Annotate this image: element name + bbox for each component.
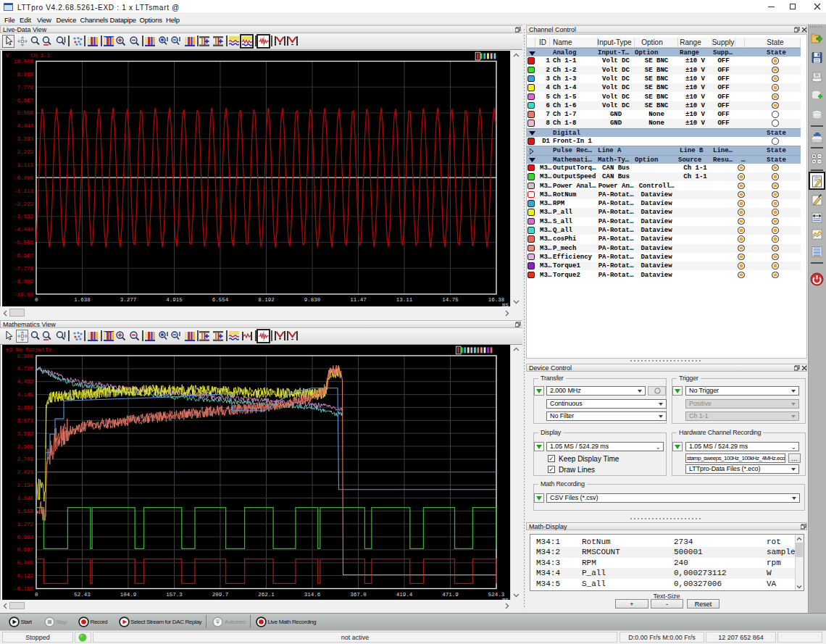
svg-text:157.3: 157.3 [166,592,183,598]
svg-text:0.122: 0.122 [17,573,33,579]
svg-text:3.571: 3.571 [17,418,33,424]
svg-text:-5.556: -5.556 [14,240,34,246]
svg-text:1.846: 1.846 [17,495,33,501]
svg-text:6.554: 6.554 [212,297,229,303]
svg-text:4.145: 4.145 [17,392,33,398]
svg-text:-4.444: -4.444 [14,227,34,233]
svg-text:0: 0 [35,297,38,303]
svg-text:-3.333: -3.333 [14,214,34,219]
svg-text:-6.667: -6.667 [14,253,33,259]
svg-text:-8.889: -8.889 [14,279,33,285]
svg-text:0.409: 0.409 [17,560,33,566]
svg-text:5.000: 5.000 [17,354,33,359]
svg-text:-0.166: -0.166 [14,586,34,592]
svg-text:4.915: 4.915 [166,297,183,303]
svg-text:2.421: 2.421 [17,469,33,475]
svg-text:V: V [6,53,9,59]
svg-text:3.277: 3.277 [120,297,137,303]
svg-text:52.43: 52.43 [74,592,91,598]
svg-text:471.9: 471.9 [442,592,459,598]
svg-text:2.996: 2.996 [17,444,33,450]
svg-text:1.272: 1.272 [17,522,33,527]
svg-text:104.9: 104.9 [120,592,137,598]
svg-text:3.333: 3.333 [17,136,33,142]
svg-text:8.192: 8.192 [258,297,275,303]
svg-text:ms: ms [502,302,509,306]
svg-text:6.667: 6.667 [17,98,33,104]
svg-text:314.6: 314.6 [304,592,321,598]
svg-text:209.7: 209.7 [212,592,229,598]
svg-text:-7.778: -7.778 [14,266,33,272]
svg-text:2.708: 2.708 [17,456,33,462]
svg-text:419.4: 419.4 [396,592,413,598]
svg-text:8.889: 8.889 [17,72,33,78]
svg-text:7.778: 7.778 [17,85,33,91]
svg-text:11.47: 11.47 [350,297,367,303]
svg-text:4.433: 4.433 [17,379,33,385]
svg-text:9.830: 9.830 [304,297,321,303]
svg-text:4.444: 4.444 [17,123,33,129]
svg-text:e3 Nm OutputTo…: e3 Nm OutputTo… [6,347,55,353]
svg-text:Ch 1-1: Ch 1-1 [30,53,51,59]
svg-text:-0.000: -0.000 [14,175,34,181]
svg-text:0.984: 0.984 [17,535,33,540]
svg-text:ms: ms [502,597,509,601]
svg-text:4.720: 4.720 [17,366,33,372]
svg-text:14.75: 14.75 [442,297,459,303]
svg-text:1.638: 1.638 [74,297,91,303]
svg-text:3.858: 3.858 [17,405,33,411]
svg-text:262.1: 262.1 [258,592,275,598]
svg-text:13.11: 13.11 [396,297,413,303]
svg-text:0.697: 0.697 [17,547,33,553]
svg-text:5.556: 5.556 [17,110,33,116]
svg-text:-10.00: -10.00 [14,292,34,298]
svg-text:367.0: 367.0 [350,592,367,598]
svg-text:-2.222: -2.222 [14,201,33,207]
svg-text:-1.111: -1.111 [14,188,34,194]
svg-text:1.559: 1.559 [17,509,33,514]
svg-text:2.134: 2.134 [17,482,33,488]
svg-text:3.283: 3.283 [17,431,33,437]
svg-text:0: 0 [35,592,38,598]
svg-text:1.111: 1.111 [17,162,33,168]
svg-text:10.000: 10.000 [14,59,34,64]
svg-text:2.222: 2.222 [17,149,33,155]
